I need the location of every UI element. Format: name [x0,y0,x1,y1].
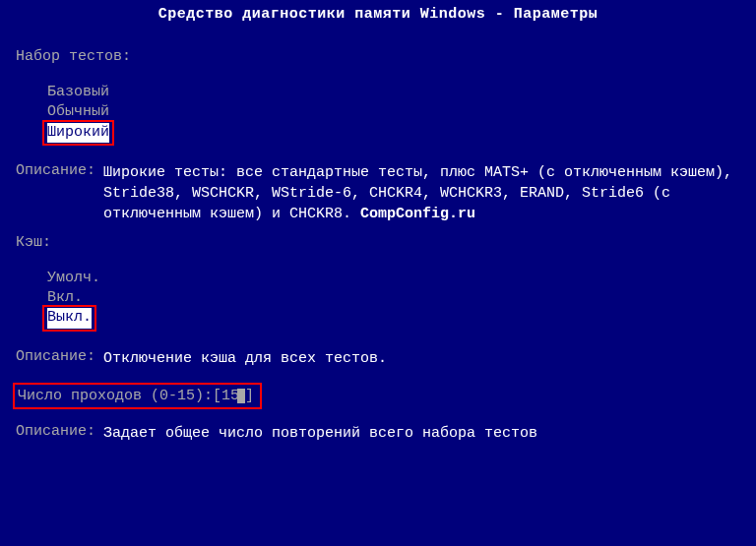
test-set-options: Базовый Обычный Широкий [16,83,740,143]
highlight-box-test: Широкий [42,120,114,146]
bracket-open: [ [213,388,221,404]
highlight-box-cache: Выкл. [42,305,96,331]
cache-label: Кэш: [16,234,740,251]
cache-desc-label: Описание: [16,348,95,369]
cache-option-off[interactable]: Выкл. [47,308,92,328]
cache-options: Умолч. Вкл. Выкл. [16,269,740,329]
window-title: Средство диагностики памяти Windows - Па… [0,0,756,29]
test-option-basic[interactable]: Базовый [47,83,109,102]
test-desc-text: Широкие тесты: все стандартные тесты, пл… [103,162,740,224]
site-reference: CompConfig.ru [360,206,475,222]
test-set-label: Набор тестов: [16,48,740,65]
text-cursor [237,389,245,403]
pass-count-row: Число проходов (0-15): [ 15 ] [0,383,740,409]
test-option-extended[interactable]: Широкий [47,123,109,143]
cache-option-default[interactable]: Умолч. [47,269,100,288]
test-desc-label: Описание: [16,162,95,224]
test-description-block: Описание: Широкие тесты: все стандартные… [16,162,740,224]
highlight-box-passes: Число проходов (0-15): [ 15 ] [13,383,262,409]
bracket-close: ] [245,388,254,404]
pass-desc-text: Задает общее число повторений всего набо… [103,423,537,444]
cache-desc-text: Отключение кэша для всех тестов. [103,348,387,369]
pass-description-block: Описание: Задает общее число повторений … [16,423,740,444]
content-area: Набор тестов: Базовый Обычный Широкий Оп… [0,29,756,444]
pass-desc-label: Описание: [16,423,95,444]
pass-count-label: Число проходов (0-15): [18,388,213,404]
cache-description-block: Описание: Отключение кэша для всех тесто… [16,348,740,369]
